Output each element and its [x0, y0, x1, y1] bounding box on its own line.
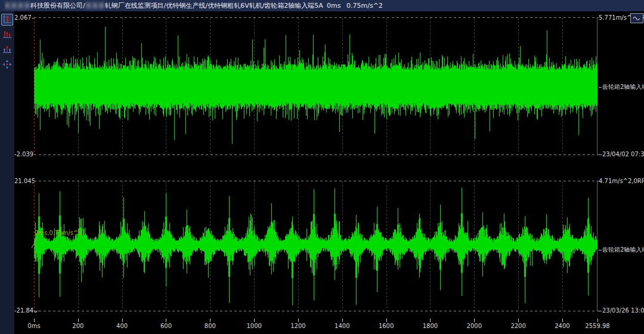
cursor-annotation: 0ms,0.75m/s^2	[35, 230, 82, 236]
x-axis-tick-label: 1800	[423, 323, 438, 329]
chart1-timestamp-label: 23/04/02 07:30:00	[599, 151, 644, 158]
x-axis-tick	[562, 318, 563, 322]
x-axis-tick	[386, 318, 387, 322]
x-axis-tick	[430, 318, 431, 322]
title-bar: 某某某某科技股份有限公司/某某某轧钢厂在线监测项目/优特钢生产线/优特钢粗轧6V…	[0, 0, 644, 11]
waveform-canvas-bottom[interactable]	[34, 181, 597, 311]
app-window: 某某某某科技股份有限公司/某某某轧钢厂在线监测项目/优特钢生产线/优特钢粗轧6V…	[0, 0, 644, 334]
cursor-value-readout: 0.75m/s^2	[346, 0, 383, 11]
breadcrumb-path: 轧钢厂在线监测项目/优特钢生产线/优特钢粗轧6V轧机/齿轮箱2轴输入端5A/12…	[105, 2, 323, 10]
x-axis-tick-label: 1200	[290, 323, 305, 329]
redacted-company-name: 某某某某	[4, 2, 30, 10]
cursor-time-readout: 0ms	[327, 0, 340, 11]
x-axis-tick	[34, 318, 35, 322]
x-axis-tick-label: 400	[116, 323, 128, 329]
x-axis-tick-label: 2559.98	[585, 323, 609, 329]
chart2-timestamp-label: 23/03/26 13:00:00	[599, 307, 644, 314]
sideband-cursor-icon	[2, 45, 12, 54]
x-axis-tick-label: 2200	[510, 323, 525, 329]
x-axis-tick-label: 600	[160, 323, 172, 329]
annotation-pointer-line	[31, 236, 38, 249]
x-axis-tick-label: 1000	[246, 323, 261, 329]
chart1-ymin-label: -2.039	[14, 151, 32, 158]
single-cursor-tool-button[interactable]	[1, 14, 13, 26]
single-cursor-icon	[2, 15, 12, 24]
tool-sidebar	[0, 11, 14, 334]
x-axis-tick	[78, 318, 79, 322]
x-axis-tick	[122, 318, 123, 322]
chart1-channel-label: 齿轮箱2轴输入端5A	[599, 84, 644, 91]
pan-move-icon	[2, 60, 12, 69]
x-axis-tick-label: 1600	[379, 323, 394, 329]
chart1-bottom-border	[34, 154, 599, 155]
pan-tool-button[interactable]	[1, 58, 13, 70]
x-axis-tick	[254, 318, 255, 322]
x-axis-tick-label: 2000	[467, 323, 482, 329]
x-axis-tick	[342, 318, 343, 322]
x-axis-tick	[210, 318, 210, 322]
redacted-plant-name: 某某某	[85, 2, 105, 10]
x-axis-tick	[166, 318, 166, 322]
chart2-ymin-label: -21.846	[14, 307, 32, 314]
x-axis-tick-label: 2400	[555, 323, 569, 329]
harmonic-cursor-icon	[2, 30, 12, 39]
waveform-canvas-top[interactable]	[34, 18, 597, 154]
x-axis-tick-label: 0ms	[27, 323, 40, 329]
x-axis-tick-label: 1400	[335, 323, 349, 329]
chart1-ymax-label: 2.067	[14, 14, 32, 21]
chart2-bottom-border	[34, 311, 599, 311]
plot-area: 2.067 -2.039 5.771m/s^2,0RPM 齿轮箱2轴输入端5A …	[14, 11, 644, 334]
x-axis-tick	[474, 318, 475, 322]
chart2-channel-label: 齿轮箱2轴输入端5A	[599, 246, 644, 253]
chart1-cursor-line[interactable]	[34, 18, 35, 154]
x-axis-tick	[298, 318, 299, 322]
harmonic-cursor-tool-button[interactable]	[1, 29, 13, 41]
x-axis-tick-label: 800	[205, 323, 216, 329]
breadcrumb: 某某某某科技股份有限公司/某某某轧钢厂在线监测项目/优特钢生产线/优特钢粗轧6V…	[4, 0, 323, 11]
chart2-ymax-label: 21.045	[14, 178, 32, 185]
waveform-view-button[interactable]	[630, 13, 643, 23]
x-axis-tick-label: 200	[72, 323, 83, 329]
x-axis-tick	[597, 318, 598, 322]
breadcrumb-company-suffix: 科技股份有限公司/	[30, 2, 85, 10]
sideband-cursor-tool-button[interactable]	[1, 44, 13, 55]
x-axis-tick	[518, 318, 519, 322]
chart2-peak-readout: 4.71m/s^2,0RPM	[599, 178, 644, 185]
sine-wave-icon	[633, 16, 641, 21]
